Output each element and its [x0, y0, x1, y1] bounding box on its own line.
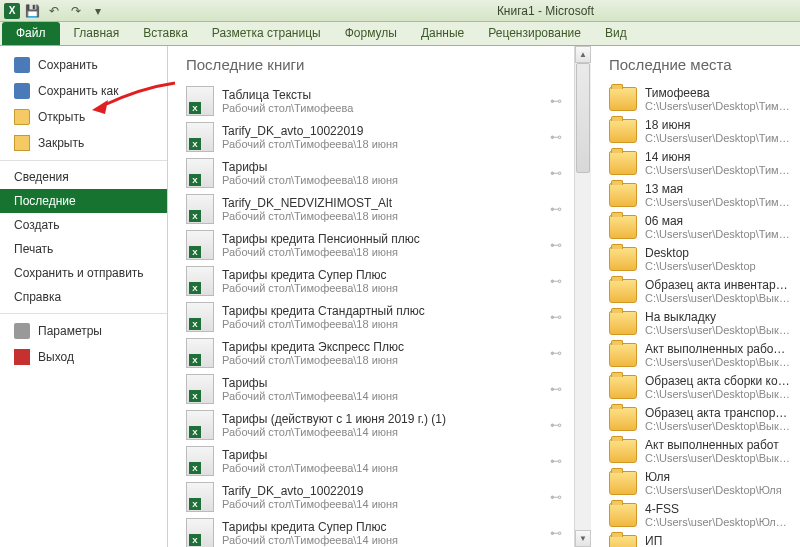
excel-file-icon: [186, 482, 214, 512]
recent-book-item[interactable]: Тарифы кредита Экспресс ПлюсРабочий стол…: [186, 335, 570, 371]
pin-icon[interactable]: ⊷: [548, 453, 564, 469]
recent-book-item[interactable]: Тарифы кредита Пенсионный плюсРабочий ст…: [186, 227, 570, 263]
recent-place-item[interactable]: DesktopC:\Users\user\Desktop: [609, 243, 796, 275]
excel-file-icon: [186, 518, 214, 547]
recent-book-item[interactable]: Tarify_DK_avto_10022019Рабочий стол\Тимо…: [186, 479, 570, 515]
recent-place-item[interactable]: 4-FSSC:\Users\user\Desktop\Юля\30.08.1: [609, 499, 796, 531]
folder-icon: [609, 311, 637, 335]
recent-place-item[interactable]: ТимофееваC:\Users\user\Desktop\Тимофеева: [609, 83, 796, 115]
folder-path: C:\Users\user\Desktop\Юля: [645, 484, 790, 496]
recent-place-item[interactable]: Образец акта сборки компьютераC:\Users\u…: [609, 371, 796, 403]
recent-place-item[interactable]: 06 маяC:\Users\user\Desktop\Тимофеева\: [609, 211, 796, 243]
pin-icon[interactable]: ⊷: [548, 489, 564, 505]
nav-label: Создать: [14, 218, 60, 232]
folder-path: C:\Users\user\Desktop: [645, 260, 790, 272]
quick-access-toolbar: X 💾 ↶ ↷ ▾: [4, 2, 108, 20]
file-path: Рабочий стол\Тимофеева\18 июня: [222, 282, 540, 294]
excel-file-icon: [186, 86, 214, 116]
nav-share[interactable]: Сохранить и отправить: [0, 261, 167, 285]
recent-book-item[interactable]: Тарифы кредита Супер ПлюсРабочий стол\Ти…: [186, 515, 570, 547]
tab-layout[interactable]: Разметка страницы: [200, 22, 333, 45]
recent-places-column: Последние места ТимофееваC:\Users\user\D…: [591, 46, 800, 547]
folder-name: Тимофеева: [645, 86, 790, 100]
nav-exit[interactable]: Выход: [0, 344, 167, 370]
file-name: Тарифы кредита Экспресс Плюс: [222, 340, 540, 354]
file-path: Рабочий стол\Тимофеева\14 июня: [222, 534, 540, 546]
file-path: Рабочий стол\Тимофеева\14 июня: [222, 462, 540, 474]
scroll-thumb[interactable]: [576, 63, 590, 173]
recent-place-item[interactable]: На выкладкуC:\Users\user\Desktop\Выкладк…: [609, 307, 796, 339]
folder-icon: [609, 215, 637, 239]
tab-home[interactable]: Главная: [62, 22, 132, 45]
recent-place-item[interactable]: Образец акта инвентаризацииC:\Users\user…: [609, 275, 796, 307]
nav-options[interactable]: Параметры: [0, 313, 167, 344]
folder-name: Образец акта транспортных услуг: [645, 406, 790, 420]
scroll-up-icon[interactable]: ▲: [575, 46, 591, 63]
nav-recent[interactable]: Последние: [0, 189, 167, 213]
recent-place-item[interactable]: 18 июняC:\Users\user\Desktop\Тимофеева\: [609, 115, 796, 147]
pin-icon[interactable]: ⊷: [548, 345, 564, 361]
recent-book-item[interactable]: Tarify_DK_avto_10022019Рабочий стол\Тимо…: [186, 119, 570, 155]
recent-book-item[interactable]: ТарифыРабочий стол\Тимофеева\14 июня⊷: [186, 371, 570, 407]
saveas-icon: [14, 83, 30, 99]
folder-icon: [609, 343, 637, 367]
recent-book-item[interactable]: ТарифыРабочий стол\Тимофеева\18 июня⊷: [186, 155, 570, 191]
file-path: Рабочий стол\Тимофеева\14 июня: [222, 426, 540, 438]
pin-icon[interactable]: ⊷: [548, 201, 564, 217]
recent-book-item[interactable]: ТарифыРабочий стол\Тимофеева\14 июня⊷: [186, 443, 570, 479]
nav-save[interactable]: Сохранить: [0, 52, 167, 78]
recent-place-item[interactable]: ИПC:\Users\user\Desktop\Юля\27.08.1: [609, 531, 796, 547]
excel-file-icon: [186, 230, 214, 260]
qat-save-icon[interactable]: 💾: [22, 2, 42, 20]
pin-icon[interactable]: ⊷: [548, 525, 564, 541]
pin-icon[interactable]: ⊷: [548, 165, 564, 181]
tab-file[interactable]: Файл: [2, 22, 60, 45]
file-path: Рабочий стол\Тимофеева\18 июня: [222, 174, 540, 186]
tab-insert[interactable]: Вставка: [131, 22, 200, 45]
nav-close[interactable]: Закрыть: [0, 130, 167, 156]
folder-icon: [609, 87, 637, 111]
recent-books-heading: Последние книги: [186, 56, 570, 73]
pin-icon[interactable]: ⊷: [548, 129, 564, 145]
pin-icon[interactable]: ⊷: [548, 309, 564, 325]
tab-data[interactable]: Данные: [409, 22, 476, 45]
nav-open[interactable]: Открыть: [0, 104, 167, 130]
folder-icon: [609, 151, 637, 175]
nav-save-as[interactable]: Сохранить как: [0, 78, 167, 104]
nav-help[interactable]: Справка: [0, 285, 167, 309]
tab-review[interactable]: Рецензирование: [476, 22, 593, 45]
recent-place-item[interactable]: 13 маяC:\Users\user\Desktop\Тимофеева\: [609, 179, 796, 211]
pin-icon[interactable]: ⊷: [548, 93, 564, 109]
nav-new[interactable]: Создать: [0, 213, 167, 237]
folder-path: C:\Users\user\Desktop\Тимофеева\: [645, 164, 790, 176]
scrollbar-vertical[interactable]: ▲ ▼: [574, 46, 591, 547]
recent-place-item[interactable]: Образец акта транспортных услугC:\Users\…: [609, 403, 796, 435]
nav-info[interactable]: Сведения: [0, 160, 167, 189]
pin-icon[interactable]: ⊷: [548, 237, 564, 253]
qat-customize-icon[interactable]: ▾: [88, 2, 108, 20]
recent-place-item[interactable]: ЮляC:\Users\user\Desktop\Юля: [609, 467, 796, 499]
qat-undo-icon[interactable]: ↶: [44, 2, 64, 20]
pin-icon[interactable]: ⊷: [548, 273, 564, 289]
file-path: Рабочий стол\Тимофеева\18 июня: [222, 318, 540, 330]
folder-path: C:\Users\user\Desktop\Выкладка\Д: [645, 388, 790, 400]
scroll-down-icon[interactable]: ▼: [575, 530, 591, 547]
qat-redo-icon[interactable]: ↷: [66, 2, 86, 20]
folder-path: C:\Users\user\Desktop\Выкладка\Д: [645, 324, 790, 336]
file-name: Тарифы: [222, 448, 540, 462]
nav-label: Выход: [38, 350, 74, 364]
recent-book-item[interactable]: Тарифы кредита Супер ПлюсРабочий стол\Ти…: [186, 263, 570, 299]
recent-book-item[interactable]: Таблица ТекстыРабочий стол\Тимофеева⊷: [186, 83, 570, 119]
recent-place-item[interactable]: 14 июняC:\Users\user\Desktop\Тимофеева\: [609, 147, 796, 179]
tab-view[interactable]: Вид: [593, 22, 639, 45]
tab-formulas[interactable]: Формулы: [333, 22, 409, 45]
pin-icon[interactable]: ⊷: [548, 417, 564, 433]
recent-place-item[interactable]: Акт выполненных работC:\Users\user\Deskt…: [609, 435, 796, 467]
recent-book-item[interactable]: Тарифы (действуют с 1 июня 2019 г.) (1)Р…: [186, 407, 570, 443]
recent-book-item[interactable]: Tarify_DK_NEDVIZHIMOST_AltРабочий стол\Т…: [186, 191, 570, 227]
recent-book-item[interactable]: Тарифы кредита Стандартный плюсРабочий с…: [186, 299, 570, 335]
pin-icon[interactable]: ⊷: [548, 381, 564, 397]
file-name: Тарифы кредита Супер Плюс: [222, 520, 540, 534]
nav-print[interactable]: Печать: [0, 237, 167, 261]
recent-place-item[interactable]: Акт выполненных работ грузопереC:\Users\…: [609, 339, 796, 371]
